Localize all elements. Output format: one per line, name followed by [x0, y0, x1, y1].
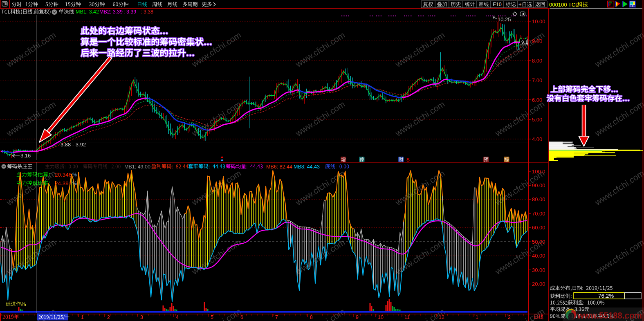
svg-text:MB6: 82.44: MB6: 82.44	[266, 164, 292, 170]
svg-text:5: 5	[211, 314, 213, 320]
svg-text:90.00: 90.00	[532, 182, 545, 189]
svg-text:24.391: 24.391	[55, 180, 72, 186]
svg-text:10.25: 10.25	[498, 16, 511, 22]
svg-text:8.00: 8.00	[532, 58, 542, 64]
svg-text:9: 9	[356, 314, 359, 320]
svg-text:2: 2	[107, 314, 110, 320]
svg-text:2: 2	[508, 314, 511, 320]
svg-text:S: S	[406, 157, 410, 163]
svg-text:1: 1	[476, 314, 478, 320]
svg-text:+: +	[518, 1, 522, 7]
svg-text:: 3.39: : 3.39	[123, 9, 136, 15]
svg-text:6: 6	[240, 314, 243, 320]
svg-text:80.00: 80.00	[532, 196, 545, 202]
svg-text:9.00: 9.00	[532, 38, 542, 44]
svg-text:10.00: 10.00	[532, 18, 545, 25]
svg-text:1: 1	[81, 314, 84, 320]
svg-text:4: 4	[176, 314, 179, 320]
svg-text:40.00: 40.00	[532, 253, 545, 259]
svg-text:70.00: 70.00	[532, 211, 545, 217]
svg-text:20.00: 20.00	[532, 281, 545, 287]
svg-text:000100 TCL: 000100 TCL	[549, 2, 578, 8]
svg-text:50.00: 50.00	[532, 239, 545, 245]
svg-text:9.1: 9.1	[521, 40, 528, 45]
svg-text:www.55188.com: www.55188.com	[577, 310, 642, 321]
svg-text:11: 11	[404, 314, 410, 320]
svg-text:8: 8	[310, 314, 313, 320]
svg-text:76.2%: 76.2%	[598, 293, 614, 299]
svg-text:60.00: 60.00	[532, 224, 545, 231]
svg-text:5.00: 5.00	[532, 117, 542, 123]
svg-text:MB2: 3.39: MB2: 3.39	[99, 9, 123, 15]
svg-text:MB1: 49.00: MB1: 49.00	[124, 164, 150, 170]
svg-text:3.16: 3.16	[20, 153, 31, 159]
svg-text:3: 3	[140, 314, 143, 320]
svg-text:MB8: 44.43: MB8: 44.43	[294, 164, 320, 170]
svg-text:7: 7	[275, 314, 278, 320]
svg-text:20.346: 20.346	[55, 172, 72, 178]
svg-text:7.00: 7.00	[532, 77, 542, 83]
svg-text:6.00: 6.00	[532, 97, 542, 103]
svg-text:12: 12	[439, 314, 444, 320]
svg-text:100.0: 100.0	[532, 168, 545, 175]
svg-text:4.00: 4.00	[532, 136, 542, 142]
svg-text:10: 10	[378, 314, 384, 320]
svg-text:: 3.38: : 3.38	[141, 9, 153, 15]
svg-text:MB1: 3.42: MB1: 3.42	[76, 9, 99, 15]
svg-text:30.00: 30.00	[532, 267, 545, 273]
svg-text:3.88 - 3.92: 3.88 - 3.92	[61, 141, 86, 148]
svg-text:F10: F10	[493, 2, 502, 7]
